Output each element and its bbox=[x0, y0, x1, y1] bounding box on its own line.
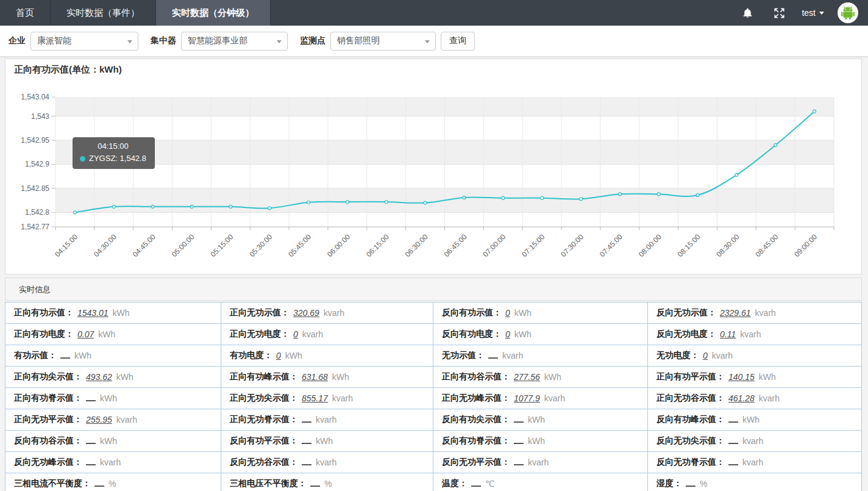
metric-cell: 正向有功尖示值：493.62kWh bbox=[5, 367, 221, 388]
metric-value[interactable]: 0 bbox=[276, 351, 281, 360]
chart-panel: 正向有功示值(单位：kWh) 1,542.771,542.81,542.851,… bbox=[5, 59, 862, 274]
metric-value[interactable]: 0.11 bbox=[720, 329, 736, 339]
metric-cell: 三相电压不平衡度：% bbox=[221, 473, 433, 491]
table-row: 正向有功尖示值：493.62kWh正向有功峰示值：631.68kWh正向有功谷示… bbox=[5, 367, 861, 388]
metric-unit: kWh bbox=[759, 372, 776, 382]
metric-unit: kvarh bbox=[759, 393, 780, 403]
svg-text:06:00:00: 06:00:00 bbox=[326, 232, 352, 259]
metric-label: 反向无功谷示值： bbox=[230, 457, 298, 468]
metric-value-blank bbox=[302, 438, 311, 444]
metric-value[interactable]: 631.68 bbox=[302, 372, 328, 382]
avatar[interactable] bbox=[838, 2, 858, 23]
metric-label: 反向有功尖示值： bbox=[442, 414, 510, 425]
bell-icon[interactable] bbox=[739, 5, 755, 21]
metric-unit: kWh bbox=[742, 415, 760, 425]
metric-label: 正向有功示值： bbox=[14, 307, 74, 318]
svg-text:09:00:00: 09:00:00 bbox=[792, 232, 819, 259]
enterprise-select[interactable]: 康派智能 bbox=[30, 32, 138, 51]
metric-cell: 正向有功示值：1543.01kWh bbox=[5, 303, 221, 324]
svg-text:08:45:00: 08:45:00 bbox=[753, 232, 780, 259]
metric-value-blank bbox=[94, 481, 104, 487]
svg-text:07:45:00: 07:45:00 bbox=[598, 232, 624, 259]
metric-value[interactable]: 0 bbox=[293, 329, 298, 339]
metric-value[interactable]: 461.28 bbox=[728, 393, 755, 403]
metric-value[interactable]: 0 bbox=[505, 308, 510, 318]
metric-label: 反向有功脊示值： bbox=[442, 435, 510, 446]
metric-value[interactable]: 0 bbox=[505, 329, 510, 339]
metric-cell: 正向有功脊示值：kWh bbox=[5, 388, 221, 409]
top-navbar: 首页 实时数据（事件） 实时数据（分钟级） test bbox=[0, 0, 868, 26]
metric-label: 反向有功电度： bbox=[442, 329, 502, 340]
metric-unit: % bbox=[108, 479, 116, 489]
metric-cell: 反向无功电度：0.11kvarh bbox=[648, 324, 861, 345]
tab-realtime-event[interactable]: 实时数据（事件） bbox=[51, 0, 156, 26]
metric-cell: 反向有功谷示值：kWh bbox=[5, 431, 221, 452]
metric-unit: kWh bbox=[100, 436, 117, 446]
metric-unit: kWh bbox=[316, 436, 333, 446]
metric-value-blank bbox=[728, 438, 738, 444]
chart-svg: 1,542.771,542.81,542.851,542.91,542.951,… bbox=[5, 59, 861, 273]
concentrator-select[interactable]: 智慧能源事业部 bbox=[181, 32, 288, 51]
user-menu[interactable]: test bbox=[802, 8, 824, 18]
metric-value[interactable]: 0 bbox=[703, 351, 708, 360]
svg-text:05:30:00: 05:30:00 bbox=[247, 232, 274, 259]
metric-value[interactable]: 255.95 bbox=[86, 415, 112, 425]
tab-realtime-minute[interactable]: 实时数据（分钟级） bbox=[156, 0, 271, 26]
metric-cell: 正向无功峰示值：1077.9kvarh bbox=[433, 388, 648, 409]
svg-text:05:00:00: 05:00:00 bbox=[170, 232, 196, 259]
metric-cell: 反向无功脊示值：kvarh bbox=[648, 452, 861, 473]
metric-unit: kWh bbox=[528, 415, 545, 425]
metric-label: 正向无功尖示值： bbox=[230, 393, 298, 404]
metric-value[interactable]: 493.62 bbox=[86, 372, 112, 382]
svg-text:1,543: 1,543 bbox=[31, 112, 49, 121]
metric-unit: kvarh bbox=[712, 351, 733, 360]
metric-value[interactable]: 1077.9 bbox=[514, 393, 540, 403]
metric-value[interactable]: 320.69 bbox=[293, 308, 319, 318]
metric-value-blank bbox=[686, 481, 695, 487]
metric-value[interactable]: 277.56 bbox=[514, 372, 540, 382]
metric-unit: kWh bbox=[98, 329, 115, 339]
metric-cell: 反向无功示值：2329.61kvarh bbox=[648, 303, 861, 324]
metric-label: 反向无功示值： bbox=[656, 307, 716, 318]
monitor-point-select[interactable]: 销售部照明 bbox=[330, 32, 436, 51]
metric-value-blank bbox=[302, 417, 311, 423]
svg-text:1,542.9: 1,542.9 bbox=[25, 160, 49, 168]
metric-value[interactable]: 1543.01 bbox=[77, 308, 108, 318]
metric-value[interactable]: 0.07 bbox=[77, 329, 94, 339]
table-row: 有功示值：kWh有功电度：0kWh无功示值：kvarh无功电度：0kvarh bbox=[5, 345, 861, 367]
metric-cell: 反向有功平示值：kWh bbox=[221, 431, 433, 452]
metric-value-blank bbox=[302, 459, 311, 465]
metric-unit: kvarh bbox=[116, 415, 137, 425]
metric-cell: 反向无功谷示值：kvarh bbox=[221, 452, 433, 473]
table-row: 正向有功电度：0.07kWh正向无功电度：0kvarh反向有功电度：0kWh反向… bbox=[5, 324, 861, 345]
enterprise-label: 企业 bbox=[9, 35, 26, 46]
query-button[interactable]: 查询 bbox=[441, 32, 475, 51]
metric-value[interactable]: 855.17 bbox=[302, 393, 328, 403]
caret-down-icon bbox=[277, 40, 282, 43]
svg-text:07:00:00: 07:00:00 bbox=[481, 232, 507, 259]
metric-cell: 反向无功峰示值：kvarh bbox=[5, 452, 221, 473]
panel-title: 实时信息 bbox=[19, 285, 51, 294]
metric-value-blank bbox=[471, 481, 481, 487]
metric-unit: % bbox=[324, 479, 332, 489]
svg-text:06:15:00: 06:15:00 bbox=[365, 232, 391, 259]
metric-label: 正向无功电度： bbox=[230, 329, 290, 340]
metric-unit: kvarh bbox=[332, 393, 353, 403]
metric-value[interactable]: 140.15 bbox=[728, 372, 755, 382]
tab-home[interactable]: 首页 bbox=[0, 0, 51, 26]
svg-text:07:30:00: 07:30:00 bbox=[559, 232, 585, 259]
metric-unit: kvarh bbox=[742, 436, 763, 446]
metric-unit: kWh bbox=[285, 351, 302, 360]
metric-unit: kvarh bbox=[755, 308, 776, 318]
metric-unit: % bbox=[700, 479, 707, 489]
metric-label: 正向有功峰示值： bbox=[230, 371, 298, 382]
metric-unit: kvarh bbox=[302, 329, 323, 339]
metric-label: 反向无功尖示值： bbox=[656, 435, 725, 446]
monitor-point-label: 监测点 bbox=[300, 35, 326, 46]
fullscreen-icon[interactable] bbox=[771, 5, 787, 21]
metric-value[interactable]: 2329.61 bbox=[720, 308, 751, 318]
metric-cell: 正向有功平示值：140.15kWh bbox=[648, 367, 861, 388]
metric-label: 温度： bbox=[442, 478, 468, 489]
metric-value-blank bbox=[514, 438, 524, 444]
table-row: 反向有功谷示值：kWh反向有功平示值：kWh反向有功脊示值：kWh反向无功尖示值… bbox=[5, 431, 861, 452]
